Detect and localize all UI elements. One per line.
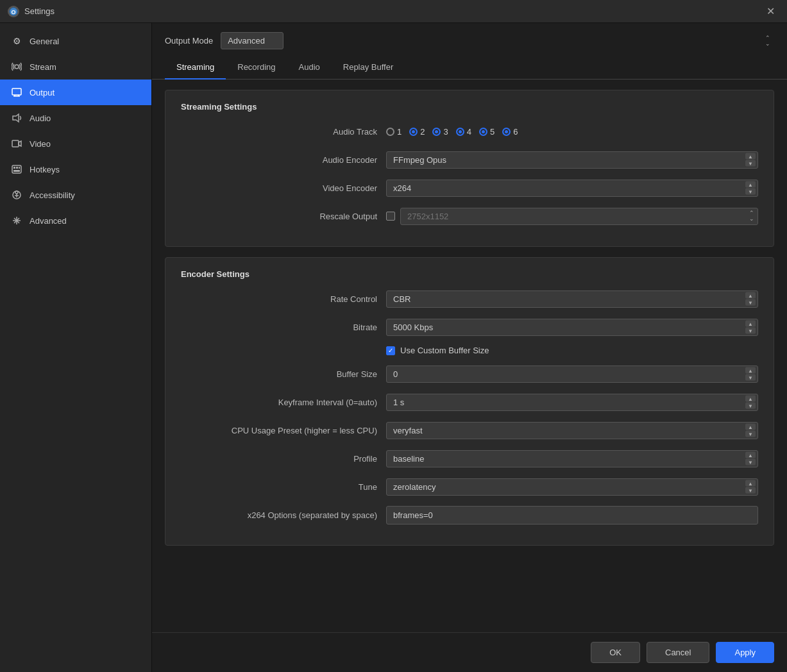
track-4-option[interactable]: 4 xyxy=(456,127,471,137)
tab-audio[interactable]: Audio xyxy=(287,56,332,80)
audio-encoder-wrap: ▲ ▼ xyxy=(386,151,758,169)
cpu-preset-arrows: ▲ ▼ xyxy=(745,424,756,437)
track-6-label: 6 xyxy=(513,127,518,137)
sidebar-item-audio[interactable]: Audio xyxy=(0,105,151,131)
x264-options-wrap xyxy=(386,506,758,525)
keyframe-row: Keyframe Interval (0=auto) ▲ ▼ xyxy=(181,392,758,412)
cpu-preset-up[interactable]: ▲ xyxy=(745,424,756,430)
rate-control-input[interactable] xyxy=(386,290,758,308)
main-content: Output Mode Advanced Simple Streaming Re… xyxy=(152,23,787,672)
audio-encoder-down[interactable]: ▼ xyxy=(745,160,756,167)
svg-rect-14 xyxy=(13,170,20,172)
rescale-output-label: Rescale Output xyxy=(181,212,386,221)
streaming-settings-card: Streaming Settings Audio Track 1 2 xyxy=(165,90,774,247)
ok-button[interactable]: OK xyxy=(591,642,640,663)
video-encoder-label: Video Encoder xyxy=(181,183,386,193)
video-encoder-input[interactable] xyxy=(386,180,758,197)
tune-spinner: ▲ ▼ xyxy=(386,478,758,496)
rescale-checkbox[interactable] xyxy=(386,212,395,221)
rescale-output-row: Rescale Output xyxy=(181,206,758,226)
custom-buffer-label: Use Custom Buffer Size xyxy=(400,346,489,355)
video-encoder-up[interactable]: ▲ xyxy=(745,181,756,188)
sidebar-item-general[interactable]: ⚙ General xyxy=(0,28,151,54)
sidebar-item-video[interactable]: Video xyxy=(0,131,151,156)
rate-control-row: Rate Control ▲ ▼ xyxy=(181,289,758,308)
cpu-preset-down[interactable]: ▼ xyxy=(745,431,756,437)
custom-buffer-checkbox[interactable] xyxy=(386,346,395,355)
profile-up[interactable]: ▲ xyxy=(745,452,756,458)
sidebar-label-accessibility: Accessibility xyxy=(30,190,75,200)
track-1-option[interactable]: 1 xyxy=(386,127,402,137)
track-6-option[interactable]: 6 xyxy=(502,127,518,137)
sidebar-item-accessibility[interactable]: Accessibility xyxy=(0,182,151,208)
track-5-option[interactable]: 5 xyxy=(479,127,495,137)
track-2-option[interactable]: 2 xyxy=(409,127,425,137)
svg-point-2 xyxy=(15,65,19,69)
keyframe-wrap: ▲ ▼ xyxy=(386,394,758,411)
sidebar-label-general: General xyxy=(30,37,59,46)
tune-input[interactable] xyxy=(386,478,758,496)
track-4-radio xyxy=(456,128,464,136)
track-6-radio xyxy=(502,128,511,136)
buffer-size-down[interactable]: ▼ xyxy=(745,374,756,381)
sidebar-label-stream: Stream xyxy=(30,62,56,72)
rate-control-label: Rate Control xyxy=(181,294,386,304)
output-mode-select[interactable]: Advanced Simple xyxy=(221,32,283,49)
video-encoder-wrap: ▲ ▼ xyxy=(386,180,758,197)
cpu-preset-spinner: ▲ ▼ xyxy=(386,422,758,439)
close-button[interactable]: ✕ xyxy=(761,3,779,21)
sidebar-label-hotkeys: Hotkeys xyxy=(30,165,60,174)
tune-down[interactable]: ▼ xyxy=(745,487,756,494)
tab-recording[interactable]: Recording xyxy=(226,56,287,80)
keyframe-input[interactable] xyxy=(386,394,758,411)
advanced-icon xyxy=(10,214,23,227)
cancel-button[interactable]: Cancel xyxy=(647,642,709,663)
keyframe-up[interactable]: ▲ xyxy=(745,396,756,402)
buffer-size-spinner: ▲ ▼ xyxy=(386,365,758,383)
bitrate-spinner: ▲ ▼ xyxy=(386,319,758,336)
buffer-size-row: Buffer Size ▲ ▼ xyxy=(181,364,758,383)
audio-encoder-row: Audio Encoder ▲ ▼ xyxy=(181,150,758,169)
bitrate-row: Bitrate ▲ ▼ xyxy=(181,317,758,337)
gear-icon: ⚙ xyxy=(10,35,23,47)
track-3-option[interactable]: 3 xyxy=(432,127,448,137)
bitrate-up[interactable]: ▲ xyxy=(745,321,756,327)
sidebar-item-advanced[interactable]: Advanced xyxy=(0,208,151,233)
rescale-output-wrap xyxy=(386,208,758,225)
sidebar-item-stream[interactable]: Stream xyxy=(0,54,151,80)
buffer-size-input[interactable] xyxy=(386,365,758,383)
bitrate-down[interactable]: ▼ xyxy=(745,328,756,334)
tab-streaming[interactable]: Streaming xyxy=(165,56,226,80)
bitrate-input[interactable] xyxy=(386,319,758,336)
apply-button[interactable]: Apply xyxy=(716,642,774,663)
output-mode-row: Output Mode Advanced Simple xyxy=(152,23,787,56)
rate-control-spinner: ▲ ▼ xyxy=(386,290,758,308)
x264-options-input[interactable] xyxy=(386,506,758,525)
keyframe-label: Keyframe Interval (0=auto) xyxy=(181,398,386,407)
buffer-size-up[interactable]: ▲ xyxy=(745,367,756,374)
tab-replay-buffer[interactable]: Replay Buffer xyxy=(332,56,405,80)
track-5-radio xyxy=(479,128,487,136)
video-encoder-arrows: ▲ ▼ xyxy=(745,181,756,195)
rate-control-arrows: ▲ ▼ xyxy=(745,292,756,306)
track-5-label: 5 xyxy=(490,127,495,137)
audio-encoder-input[interactable] xyxy=(386,151,758,169)
cpu-preset-row: CPU Usage Preset (higher = less CPU) ▲ ▼ xyxy=(181,421,758,440)
profile-down[interactable]: ▼ xyxy=(745,459,756,466)
profile-input[interactable] xyxy=(386,450,758,467)
svg-rect-11 xyxy=(13,167,15,169)
track-3-radio xyxy=(432,128,441,136)
video-encoder-down[interactable]: ▼ xyxy=(745,189,756,195)
svg-text:O: O xyxy=(11,9,15,15)
sidebar-label-video: Video xyxy=(30,139,51,149)
rate-control-up[interactable]: ▲ xyxy=(745,292,756,299)
keyframe-down[interactable]: ▼ xyxy=(745,403,756,409)
sidebar-item-output[interactable]: Output xyxy=(0,80,151,105)
tune-up[interactable]: ▲ xyxy=(745,480,756,487)
cpu-preset-input[interactable] xyxy=(386,422,758,439)
rate-control-down[interactable]: ▼ xyxy=(745,299,756,306)
rescale-input[interactable] xyxy=(400,208,758,225)
sidebar-item-hotkeys[interactable]: Hotkeys xyxy=(0,156,151,182)
sidebar-label-output: Output xyxy=(30,88,55,97)
audio-encoder-up[interactable]: ▲ xyxy=(745,153,756,160)
